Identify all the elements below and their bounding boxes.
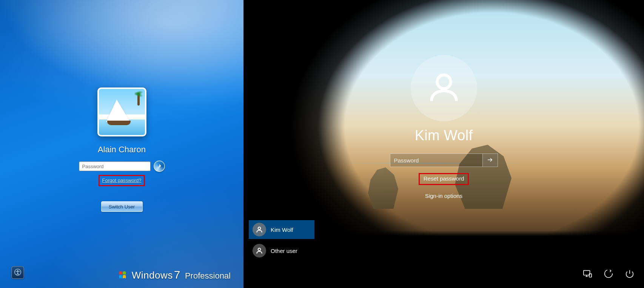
user-tile-label: Kim Wolf bbox=[271, 227, 293, 233]
user-tile-label: Other user bbox=[271, 248, 297, 254]
win10-user-tile-other[interactable]: Other user bbox=[249, 241, 314, 260]
win7-switch-user-button[interactable]: Switch User bbox=[101, 201, 143, 212]
win10-reset-highlight-box: Reset password bbox=[419, 173, 469, 185]
arrow-right-icon bbox=[487, 156, 493, 164]
win10-user-list: Kim Wolf Other user bbox=[249, 220, 314, 260]
ease-of-access-icon[interactable] bbox=[603, 268, 614, 279]
svg-point-3 bbox=[258, 227, 261, 230]
brand-edition-text: Professional bbox=[185, 271, 231, 280]
win7-forgot-password-link[interactable]: Forgot password? bbox=[102, 178, 141, 183]
svg-point-4 bbox=[258, 248, 261, 251]
win10-username-label: Kim Wolf bbox=[365, 127, 523, 144]
user-icon bbox=[253, 244, 266, 257]
win7-password-input[interactable] bbox=[79, 161, 151, 171]
win10-tray bbox=[582, 268, 635, 279]
win10-login-screen: Kim Wolf Reset password Sign-in options … bbox=[243, 0, 644, 288]
network-icon[interactable] bbox=[582, 268, 593, 279]
win7-username-label: Alain Charon bbox=[62, 145, 182, 155]
ease-of-access-icon bbox=[14, 268, 22, 277]
win7-ease-of-access-button[interactable] bbox=[11, 266, 24, 279]
svg-point-2 bbox=[437, 75, 451, 89]
win7-center-panel: Alain Charon Forgot password? Switch Use… bbox=[62, 87, 182, 212]
windows-flag-icon bbox=[118, 270, 128, 280]
win7-login-screen: Alain Charon Forgot password? Switch Use… bbox=[0, 0, 243, 288]
win7-forgot-highlight-box: Forgot password? bbox=[99, 175, 145, 186]
win10-password-row bbox=[390, 153, 498, 167]
brand-seven-text: 7 bbox=[174, 268, 180, 281]
win10-reset-password-link[interactable]: Reset password bbox=[424, 175, 464, 182]
svg-rect-6 bbox=[589, 274, 592, 277]
win7-submit-button[interactable] bbox=[154, 161, 165, 172]
user-icon bbox=[253, 223, 266, 236]
win7-user-avatar bbox=[97, 87, 146, 136]
win10-submit-button[interactable] bbox=[482, 154, 498, 167]
win10-user-avatar bbox=[411, 55, 477, 121]
win7-brand: Windows7 Professional bbox=[118, 268, 231, 281]
win7-password-row bbox=[62, 161, 182, 172]
user-icon bbox=[426, 69, 462, 107]
win10-signin-options-link[interactable]: Sign-in options bbox=[365, 193, 523, 199]
brand-windows-text: Windows bbox=[132, 270, 173, 281]
power-icon[interactable] bbox=[624, 268, 635, 279]
arrow-right-icon bbox=[156, 163, 162, 170]
win10-center-panel: Kim Wolf Reset password Sign-in options bbox=[365, 55, 523, 199]
win10-password-input[interactable] bbox=[390, 154, 482, 167]
svg-point-1 bbox=[17, 270, 18, 271]
win10-user-tile-selected[interactable]: Kim Wolf bbox=[249, 220, 314, 239]
